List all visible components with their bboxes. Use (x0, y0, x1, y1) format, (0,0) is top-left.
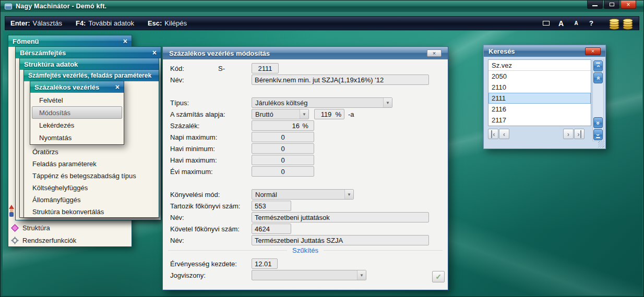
field-tartozik-fokonyvi: Tartozik főkönyvi szám: 553 (170, 201, 291, 211)
menu-item-felvetel[interactable]: Felvétel (32, 94, 122, 106)
menu-item-oratorzs[interactable]: Óratörzs (24, 146, 159, 158)
kovetel-fokonyvi-value: 4624 (255, 225, 270, 233)
menu-item-allomanyfugges[interactable]: Állományfüggés (24, 194, 159, 206)
field-label: Havi minimum: (170, 145, 252, 153)
kovetel-fokonyvi-input[interactable]: 4624 (252, 224, 291, 234)
close-icon: × (626, 1, 630, 8)
field-label: Évi maximum: (170, 168, 252, 176)
scroll-page-up-button[interactable]: » (593, 72, 603, 83)
search-row[interactable]: 2050 (488, 71, 591, 82)
search-row[interactable]: 2111 (488, 93, 591, 104)
close-icon[interactable]: × (111, 83, 120, 91)
shortcut-enter[interactable]: Enter: Választás (10, 19, 62, 27)
minimize-button[interactable] (587, 1, 603, 9)
scroll-page-down-button[interactable]: » (593, 117, 603, 128)
havi-minimum-input[interactable]: 0 (252, 143, 314, 154)
search-row[interactable]: 2117 (488, 115, 591, 126)
szukites-link[interactable]: Szűkítés (292, 246, 318, 254)
search-column-header[interactable]: Sz.vez (488, 60, 591, 71)
field-label: Tartozik főkönyvi szám: (170, 202, 252, 210)
scroll-to-bottom-button[interactable]: › (593, 129, 603, 140)
maximize-button[interactable] (604, 1, 619, 9)
field-label: Név: (170, 76, 252, 84)
search-header[interactable]: Keresés × (484, 45, 605, 57)
dialog-titlebar[interactable]: Százalékos vezérlés módosítás × (163, 47, 448, 59)
field-tipus: Típus: Járulékos költség ▼ (170, 97, 392, 108)
chevron-down-line-icon: › (595, 134, 601, 136)
jogviszony-dropdown[interactable]: ▼ (252, 270, 366, 280)
separator (168, 250, 287, 251)
nev2-input[interactable]: Természetbeni juttatások (252, 212, 429, 222)
menu-item-tappenz[interactable]: Táppénz és betegszabadság típus (24, 170, 159, 182)
menu-item-feladas-parameterek[interactable]: Feladás paraméterek (24, 158, 159, 170)
tipus-dropdown[interactable]: Járulékos költség ▼ (252, 97, 392, 108)
menubar-tools: A A ? (540, 17, 634, 30)
coins-icon[interactable] (622, 17, 634, 30)
ervenyesseg-input[interactable]: 12.01 (252, 258, 278, 269)
tartozik-fokonyvi-input[interactable]: 553 (252, 201, 291, 211)
close-icon[interactable]: × (119, 38, 127, 45)
window-mode-button[interactable] (540, 18, 552, 29)
kod-input[interactable]: 2111 (252, 63, 279, 73)
fomenu-header[interactable]: Főmenü × (8, 35, 132, 47)
search-close-button[interactable]: × (585, 47, 601, 55)
szamitas-percent-value: 119 (317, 110, 335, 118)
konyvelesi-mod-dropdown[interactable]: Normál ▼ (252, 189, 354, 200)
window-title: Nagy Machinátor - Demó kft. (16, 3, 106, 10)
havi-maximum-input[interactable]: 0 (252, 155, 314, 165)
shortcut-esc[interactable]: Esc: Kilépés (148, 19, 187, 27)
nev1-input[interactable]: Bérenkív.nem min. jut SZJA(1,19x16%) '12 (252, 75, 429, 85)
search-scrollbar: › » » › (592, 59, 604, 141)
szazalekos-vezerles-header[interactable]: Százalékos vezérlés × (30, 81, 124, 93)
close-icon[interactable]: × (148, 49, 157, 56)
menu-item-label: Rendszerfunkciók (22, 237, 76, 244)
menu-item-modositas[interactable]: Módosítás (32, 106, 122, 119)
panel-title: Struktúra adatok (24, 60, 78, 68)
evi-maximum-input[interactable]: 0 (252, 166, 314, 177)
titlebar: Nagy Machinátor - Demó kft. × (1, 1, 643, 12)
kod-value: 2111 (258, 65, 272, 72)
shortcut-f4[interactable]: F4: További adatok (76, 19, 134, 27)
tartozik-fokonyvi-value: 553 (255, 202, 266, 210)
coins-icon[interactable] (609, 17, 620, 30)
scroll-to-top-button[interactable]: › (593, 60, 603, 71)
berszamfejtes-header[interactable]: Bérszámfejtés × (16, 47, 161, 58)
nav-first-button[interactable]: ‹ (488, 129, 498, 139)
menu-item-koltseghelyfugges[interactable]: Költséghelyfüggés (24, 182, 159, 194)
field-kovetel-fokonyvi: Követel főkönyvi szám: 4624 (170, 224, 291, 234)
szamitas-alapja-dropdown[interactable]: Bruttó ▼ (252, 109, 309, 119)
close-icon: × (433, 50, 436, 56)
field-ervenyesseg: Érvényesség kezdete: 12.01 (170, 258, 278, 269)
nav-next-icon: › (567, 130, 569, 138)
font-increase-button[interactable]: A (555, 18, 567, 29)
nav-last-button[interactable]: › (574, 129, 585, 139)
nev3-input[interactable]: Természetbeni Juttatás SZJA (252, 235, 429, 245)
menu-item-nyomtatas[interactable]: Nyomtatás (32, 131, 122, 144)
struktura-adatok-header[interactable]: Struktúra adatok (20, 58, 159, 70)
field-label: Könyvelési mód: (170, 191, 252, 199)
search-row[interactable]: 2116 (488, 104, 591, 115)
confirm-button[interactable]: ✓ (432, 271, 445, 282)
nav-next-button[interactable]: › (563, 129, 574, 139)
szamfejtes-vezerles-header[interactable]: Számfejtés vezérlés, feladás paraméterek (24, 70, 159, 81)
field-szazalek: Százalék: 16 % (170, 120, 314, 131)
minimize-icon (592, 5, 598, 6)
close-button[interactable]: × (621, 1, 636, 9)
menu-item-struktura-bekonvertalas[interactable]: Struktúra bekonvertálás (24, 206, 159, 218)
szazalek-input[interactable]: 16 % (252, 120, 314, 131)
dialog-close-button[interactable]: × (427, 49, 442, 57)
help-button[interactable]: ? (585, 18, 598, 29)
menu-item-struktura[interactable]: Struktúra (9, 221, 130, 234)
search-row[interactable]: 2110 (488, 82, 591, 93)
menu-panel-szazalekos-vezerles: Százalékos vezérlés × Felvétel Módosítás… (30, 81, 124, 145)
szamitas-percent-input[interactable]: 119 % (314, 109, 344, 119)
menu-item-rendszerfunkciok[interactable]: Rendszerfunkciók (9, 234, 130, 246)
app-icon (5, 4, 12, 9)
nav-prev-button[interactable]: ‹ (499, 129, 509, 139)
napi-maximum-input[interactable]: 0 (252, 132, 314, 142)
font-decrease-button[interactable]: A (570, 18, 582, 29)
field-label: Követel főkönyvi szám: (170, 225, 252, 233)
resize-grip[interactable] (598, 141, 604, 147)
menu-item-lekerdezes[interactable]: Lekérdezés (32, 119, 122, 131)
system-functions-icon (11, 237, 19, 244)
